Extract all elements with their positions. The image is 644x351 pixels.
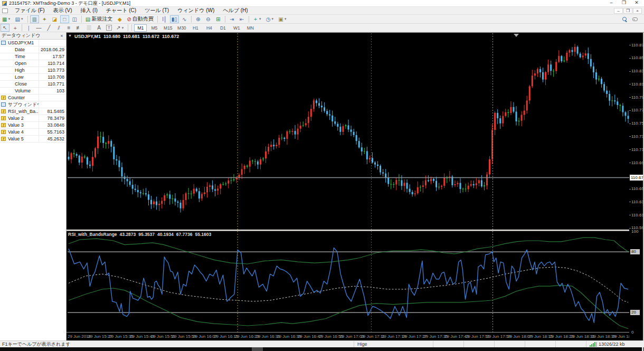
metaeditor-button[interactable]: ◆ <box>115 15 124 23</box>
favorites-icon: ◪ <box>52 16 57 22</box>
new-chart-icon: ▦ <box>2 16 7 22</box>
horizontal-line-icon: — <box>36 25 42 31</box>
community-button[interactable] <box>630 15 639 23</box>
timeframe-button-mn[interactable]: MN <box>244 24 257 32</box>
timeframe-button-m5[interactable]: M5 <box>148 24 160 32</box>
menu-item-5[interactable]: ウィンドウ (W) <box>173 6 219 15</box>
zoom-in-button[interactable]: ⊕ <box>194 15 203 23</box>
row-value: 103 <box>39 88 66 94</box>
crosshair-button[interactable]: ＋ <box>11 24 20 32</box>
timeframe-button-d1[interactable]: D1 <box>216 24 229 32</box>
andrews-pitchfork-button[interactable]: 𝄚 <box>84 24 93 32</box>
restore-button[interactable]: ❐ <box>618 0 630 6</box>
menu-item-4[interactable]: ツール (T) <box>140 6 173 15</box>
chart-high: 110.681 <box>123 34 140 39</box>
zoom-out-button[interactable]: ⊖ <box>204 15 213 23</box>
auto-scroll-icon: ⇥ <box>230 16 234 22</box>
child-minimize-button[interactable]: – <box>614 8 623 14</box>
auto-trading-button[interactable]: ⊘自動売買 <box>125 15 155 23</box>
bar-chart-icon: ⅼ⎮ <box>162 16 166 22</box>
trendline-button[interactable]: ╱ <box>44 24 53 32</box>
timeframe-button-m1[interactable]: M1 <box>134 24 147 32</box>
channel-button[interactable]: ⫽ <box>54 24 63 32</box>
price-axis[interactable]: 110.875110.855110.835110.815110.795110.7… <box>629 33 643 341</box>
add-indicator-icon: ＋ <box>253 15 258 23</box>
chart-shift-button[interactable]: ⇤ <box>238 15 247 23</box>
timeframe-button-h1[interactable]: H1 <box>189 24 202 32</box>
cursor-button[interactable]: ↖ <box>1 24 10 32</box>
row-label: Close <box>7 81 39 87</box>
symbol-dropdown-icon[interactable]: ▼ <box>68 34 72 39</box>
menu-item-0[interactable]: ファイル (F) <box>11 6 49 15</box>
text-button[interactable]: A <box>94 24 103 32</box>
fx-icon-glyph: f <box>1 130 6 134</box>
data-window-header[interactable]: データウィンドウ × <box>0 32 66 40</box>
status-help-text: F1キーでヘルプが表示されます <box>0 341 354 348</box>
data-window-row-value-4: fValue 455.7163 <box>0 129 66 136</box>
menu-item-6[interactable]: ヘルプ (H) <box>219 6 252 15</box>
bar-chart-mode-button[interactable]: ⅼ⎮ <box>160 15 169 23</box>
candlestick-mode-button[interactable]: ▮▯ <box>170 15 179 23</box>
market-watch-button[interactable]: ▥ <box>30 15 39 23</box>
data-window-close-icon[interactable]: × <box>59 33 64 39</box>
connection-traffic: 13026/22 kb <box>599 341 625 347</box>
toolbar-separator <box>157 16 158 23</box>
new-chart-button[interactable]: ▦▼ <box>1 15 12 23</box>
timeframe-button-m30[interactable]: M30 <box>175 24 188 32</box>
row-label: Value 4 <box>7 129 39 135</box>
rsi-bands-chart <box>68 231 629 332</box>
favorites-button[interactable]: ◪ <box>50 15 59 23</box>
row-value: 110.714 <box>39 60 66 67</box>
toolbar-separator <box>27 16 28 23</box>
row-label: High <box>7 68 39 73</box>
menu-item-3[interactable]: チャート (C) <box>102 6 140 15</box>
taskbar-item[interactable] <box>252 347 263 351</box>
timeframe-button-h4[interactable]: H4 <box>203 24 215 32</box>
auto-scroll-button[interactable]: ⇥ <box>228 15 236 23</box>
templates-button[interactable]: ▣▼ <box>277 15 288 23</box>
fx-icon: f <box>0 137 7 141</box>
vertical-line-button[interactable]: ｜ <box>24 24 33 32</box>
row-label: Volume <box>7 88 39 93</box>
data-window-button[interactable]: □ <box>60 15 69 23</box>
row-value: 17:57 <box>39 53 66 60</box>
price-tick: 110.775 <box>629 108 643 112</box>
horizontal-line-button[interactable]: — <box>34 24 43 32</box>
taskbar-show-desktop[interactable] <box>642 347 643 351</box>
fibo-fan-button[interactable]: ≢ <box>74 24 83 32</box>
menu-item-1[interactable]: 表示 (V) <box>49 6 76 15</box>
mdi-child-icon[interactable] <box>2 8 8 13</box>
row-label: USDJPY,M1 <box>7 40 39 45</box>
indicator-plot[interactable] <box>68 231 629 332</box>
chart-open: 110.680 <box>103 34 120 39</box>
close-button[interactable]: ✕ <box>630 0 643 6</box>
time-axis[interactable]: 29 Jun 201829 Jun 15:2729 Jun 15:3529 Ju… <box>67 333 643 341</box>
timeframe-button-m15[interactable]: M15 <box>162 24 174 32</box>
gold-ingot-icon: ◆ <box>118 16 122 22</box>
status-bar: F1キーでヘルプが表示されます Hige 13026/22 kb <box>0 340 644 347</box>
child-close-button[interactable]: × <box>633 8 642 14</box>
menu-item-2[interactable]: 挿入 (I) <box>77 6 102 15</box>
profiles-button[interactable]: ▤▼ <box>13 15 25 23</box>
indicator-name: RSI_with_BandsRange <box>68 232 117 237</box>
periods-button[interactable]: ◷▼ <box>264 15 276 23</box>
text-label-button[interactable]: T <box>105 24 113 32</box>
arrows-button[interactable]: ↗▼ <box>115 24 126 32</box>
chart-window[interactable]: ▼ USDJPY,M1 110.680 110.681 110.672 110.… <box>67 32 644 340</box>
navigator-button[interactable]: ✦ <box>40 15 49 23</box>
new-order-button[interactable]: ▤新規注文 <box>84 15 114 23</box>
timeframe-button-w1[interactable]: W1 <box>230 24 243 32</box>
toolbar-separator <box>225 16 225 23</box>
indicators-button[interactable]: ＋▼ <box>251 15 263 23</box>
main-chart-plot[interactable] <box>68 33 629 230</box>
search-button[interactable] <box>620 15 629 23</box>
row-label: Value 3 <box>7 122 39 128</box>
toolbar-separator <box>22 24 22 31</box>
fibonacci-button[interactable]: ≡ <box>64 24 73 32</box>
line-chart-mode-button[interactable]: ∿ <box>180 15 189 23</box>
strategy-tester-button[interactable]: ◫ <box>70 15 79 23</box>
minimize-button[interactable]: – <box>605 0 618 6</box>
fibo-fan-icon: ≢ <box>77 25 82 31</box>
child-restore-button[interactable]: ❐ <box>623 8 632 14</box>
tile-windows-button[interactable]: ⊞ <box>214 15 223 23</box>
